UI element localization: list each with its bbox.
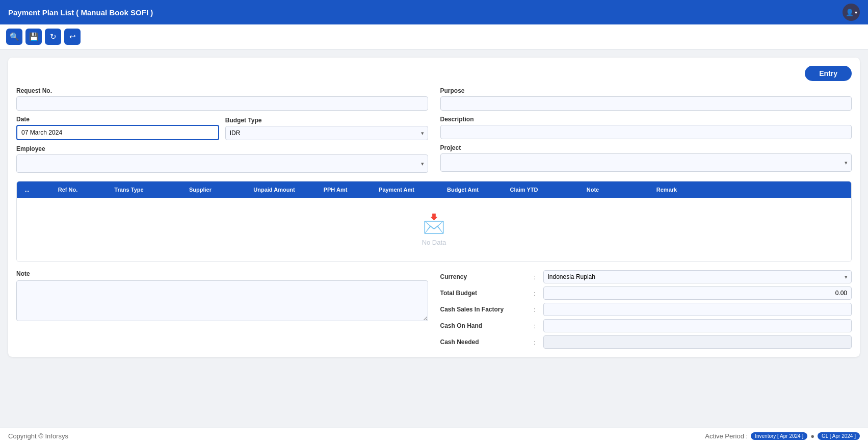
footer-right: Active Period : Inventory [ Apr 2024 ] ●… bbox=[705, 432, 860, 440]
user-avatar[interactable]: 👤 ▾ bbox=[843, 4, 860, 21]
refresh-button[interactable]: ↻ bbox=[45, 29, 61, 45]
employee-group: Employee ▾ bbox=[16, 145, 428, 173]
date-budget-row: Date Budget Type IDR USD EUR ▾ bbox=[16, 116, 428, 140]
entry-button[interactable]: Entry bbox=[805, 66, 852, 81]
project-select-wrap: ▾ bbox=[440, 153, 852, 172]
table-header: ... Ref No. Trans Type Supplier Unpaid A… bbox=[17, 181, 851, 198]
cash-sales-row: Cash Sales In Factory : bbox=[440, 303, 852, 316]
total-budget-input[interactable] bbox=[543, 286, 852, 300]
col-ref-no: Ref No. bbox=[37, 181, 98, 198]
purpose-label: Purpose bbox=[440, 87, 852, 94]
col-trans-type: Trans Type bbox=[98, 181, 160, 198]
cash-on-hand-input[interactable] bbox=[543, 319, 852, 332]
search-button[interactable]: 🔍 bbox=[6, 29, 22, 45]
cash-needed-label: Cash Needed bbox=[440, 338, 532, 346]
date-label: Date bbox=[16, 116, 219, 123]
note-label: Note bbox=[16, 270, 428, 277]
currency-label: Currency bbox=[440, 273, 532, 280]
date-input[interactable] bbox=[16, 125, 219, 140]
col-budget-amt: Budget Amt bbox=[430, 181, 496, 198]
total-budget-row: Total Budget : bbox=[440, 286, 852, 300]
user-icon: 👤 bbox=[846, 9, 854, 16]
cash-needed-colon: : bbox=[534, 338, 541, 346]
cash-on-hand-label: Cash On Hand bbox=[440, 322, 532, 329]
employee-label: Employee bbox=[16, 145, 428, 152]
data-table: ... Ref No. Trans Type Supplier Unpaid A… bbox=[16, 181, 852, 262]
col-dots: ... bbox=[17, 181, 37, 198]
currency-colon: : bbox=[534, 273, 541, 281]
col-pph-amt: PPH Amt bbox=[307, 181, 363, 198]
project-label: Project bbox=[440, 144, 852, 151]
col-remark: Remark bbox=[634, 181, 700, 198]
no-data-icon: 📩 bbox=[423, 213, 445, 234]
app-footer: Copyright © Inforsys Active Period : Inv… bbox=[0, 428, 868, 444]
purpose-input[interactable] bbox=[440, 96, 852, 111]
total-budget-colon: : bbox=[534, 290, 541, 297]
total-budget-label: Total Budget bbox=[440, 290, 532, 297]
app-title: Payment Plan List ( Manual Book SOFI ) bbox=[8, 8, 153, 17]
note-textarea[interactable] bbox=[16, 280, 428, 321]
date-group: Date bbox=[16, 116, 219, 140]
gl-period-badge: GL [ Apr 2024 ] bbox=[818, 432, 860, 440]
cash-on-hand-row: Cash On Hand : bbox=[440, 319, 852, 332]
entry-row: Entry bbox=[16, 66, 852, 87]
currency-select-wrap: Indonesia Rupiah US Dollar Euro ▾ bbox=[543, 270, 852, 283]
employee-select-wrap: ▾ bbox=[16, 154, 428, 173]
currency-select[interactable]: Indonesia Rupiah US Dollar Euro bbox=[543, 270, 852, 283]
form-left: Request No. Date Budget Type IDR USD bbox=[16, 87, 428, 173]
dropdown-arrow: ▾ bbox=[855, 10, 857, 15]
description-input[interactable] bbox=[440, 125, 852, 139]
employee-select[interactable] bbox=[16, 154, 428, 173]
note-section: Note bbox=[16, 270, 428, 349]
description-label: Description bbox=[440, 116, 852, 123]
active-period-label: Active Period : bbox=[705, 432, 748, 440]
form-card: Entry Request No. Date Budget Type bbox=[8, 58, 860, 357]
table-body: 📩 No Data bbox=[17, 198, 851, 262]
cash-sales-colon: : bbox=[534, 306, 541, 314]
cash-sales-label: Cash Sales In Factory bbox=[440, 306, 532, 313]
request-no-group: Request No. bbox=[16, 87, 428, 111]
request-no-label: Request No. bbox=[16, 87, 428, 94]
form-top: Request No. Date Budget Type IDR USD bbox=[16, 87, 852, 173]
main-content: Entry Request No. Date Budget Type bbox=[0, 49, 868, 428]
cash-sales-input[interactable] bbox=[543, 303, 852, 316]
cash-needed-input[interactable] bbox=[543, 335, 852, 349]
no-data-text: No Data bbox=[422, 239, 446, 246]
project-group: Project ▾ bbox=[440, 144, 852, 172]
footer-separator: ● bbox=[810, 432, 814, 440]
col-payment-amt: Payment Amt bbox=[363, 181, 430, 198]
request-no-input[interactable] bbox=[16, 96, 428, 111]
toolbar: 🔍 💾 ↻ ↩ bbox=[0, 24, 868, 49]
project-select[interactable] bbox=[440, 153, 852, 172]
purpose-group: Purpose bbox=[440, 87, 852, 111]
col-note: Note bbox=[552, 181, 634, 198]
budget-type-select[interactable]: IDR USD EUR bbox=[225, 126, 428, 140]
budget-type-group: Budget Type IDR USD EUR ▾ bbox=[225, 117, 428, 140]
currency-row: Currency : Indonesia Rupiah US Dollar Eu… bbox=[440, 270, 852, 283]
budget-type-label: Budget Type bbox=[225, 117, 428, 124]
budget-type-select-wrap: IDR USD EUR ▾ bbox=[225, 126, 428, 140]
app-header: Payment Plan List ( Manual Book SOFI ) 👤… bbox=[0, 0, 868, 24]
inventory-period-badge: Inventory [ Apr 2024 ] bbox=[751, 432, 807, 440]
col-supplier: Supplier bbox=[160, 181, 241, 198]
summary-section: Currency : Indonesia Rupiah US Dollar Eu… bbox=[440, 270, 852, 349]
description-group: Description bbox=[440, 116, 852, 139]
copyright-text: Copyright © Inforsys bbox=[8, 432, 68, 440]
col-claim-ytd: Claim YTD bbox=[496, 181, 552, 198]
cash-needed-row: Cash Needed : bbox=[440, 335, 852, 349]
form-right: Purpose Description Project ▾ bbox=[440, 87, 852, 173]
col-unpaid-amount: Unpaid Amount bbox=[241, 181, 307, 198]
cash-on-hand-colon: : bbox=[534, 322, 541, 330]
bottom-section: Note Currency : Indonesia Rupiah US Doll… bbox=[16, 270, 852, 349]
save-button[interactable]: 💾 bbox=[25, 29, 42, 45]
back-button[interactable]: ↩ bbox=[64, 29, 81, 45]
